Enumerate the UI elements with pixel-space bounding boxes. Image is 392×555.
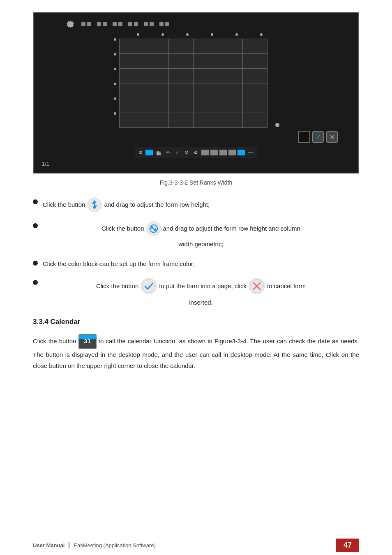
list-item-1: Click the button and drag to adjust the … <box>33 197 359 212</box>
footer-text: User Manual EasMeeting (Application Soft… <box>33 542 156 548</box>
diagonal-arrow-icon <box>146 221 161 236</box>
fig-caption: Fig.3-3-3-2 Set Ranks Width <box>33 179 359 186</box>
list-item-3: Click the color block can be set up the … <box>33 259 359 269</box>
bullet1-pre: Click the button <box>43 199 85 210</box>
toolbar-dots <box>81 22 169 26</box>
bt-pencil-icon: ✏ <box>165 149 172 156</box>
calendar-paragraph: Click the button 31 to call the calendar… <box>33 334 359 372</box>
bullet2-extra: width geometric; <box>178 239 223 250</box>
bullet-content-2: Click the button and drag to adjust the … <box>43 221 359 250</box>
grid-confirm-row: ✓ ✕ <box>298 131 338 143</box>
bullet-content-4: Click the button to put the form into a … <box>43 278 359 308</box>
bullet-content-1: Click the button and drag to adjust the … <box>43 197 359 212</box>
corner-handle <box>275 123 279 128</box>
section-heading: 3.3.4 Calendar <box>33 318 359 326</box>
bullet-content-3: Click the color block can be set up the … <box>43 259 359 269</box>
up-down-arrow-icon <box>87 197 102 212</box>
x-circle-icon <box>249 278 265 294</box>
bullet2-pre: Click the button <box>101 223 144 234</box>
bullet-dot-4 <box>33 280 38 285</box>
grid-area: ✓ ✕ ≡ ▦ ✏ ✓ ↺ ⚙ — <box>42 21 350 158</box>
bt-block3 <box>219 150 227 155</box>
calendar-pre: Click the button <box>33 337 76 344</box>
svg-point-3 <box>142 280 156 293</box>
footer-page-number: 47 <box>336 539 359 552</box>
row-handles <box>113 32 118 121</box>
confirm-btn[interactable]: ✓ <box>312 131 324 143</box>
bt-block-blue2 <box>238 150 245 155</box>
page-wrapper: ✓ ✕ ≡ ▦ ✏ ✓ ↺ ⚙ — 1/1 <box>0 0 392 555</box>
footer-manual-label: User Manual <box>33 542 65 548</box>
gear-icon <box>67 21 74 28</box>
page-num-display: 1/1 <box>42 161 49 167</box>
bullet4-post: to cancel form <box>267 281 306 291</box>
bullet2-post: and drag to adjust the form row height a… <box>163 223 300 234</box>
screenshot-container: ✓ ✕ ≡ ▦ ✏ ✓ ↺ ⚙ — 1/1 <box>33 12 359 173</box>
page-footer: User Manual EasMeeting (Application Soft… <box>0 535 392 555</box>
bt-table-icon: ▦ <box>154 148 163 157</box>
bullet-dot-2 <box>33 223 38 228</box>
footer-app-label: EasMeeting (Application Software) <box>74 542 155 548</box>
list-item-4: Click the button to put the form into a … <box>33 278 359 308</box>
grid-table <box>119 39 267 128</box>
footer-divider <box>69 542 69 548</box>
bt-undo-icon: ↺ <box>183 149 190 156</box>
bt-block1 <box>201 150 209 155</box>
calendar-icon-btn[interactable]: 31 <box>78 334 97 349</box>
bullet4-mid: to put the form into a page, click <box>159 281 247 291</box>
bullet1-post: and drag to adjust the form row height; <box>104 199 210 210</box>
bt-block2 <box>210 150 218 155</box>
bullet3-text: Click the color block can be set up the … <box>43 259 195 269</box>
color-block[interactable] <box>298 131 310 143</box>
bullet-list: Click the button and drag to adjust the … <box>33 197 359 308</box>
bt-minus-icon: — <box>247 149 255 156</box>
top-toolbar <box>67 21 169 28</box>
bt-block-blue <box>145 150 153 155</box>
bt-lines-icon: ≡ <box>137 149 143 156</box>
bt-block4 <box>228 150 236 155</box>
bullet-dot-3 <box>33 261 38 266</box>
col-handles <box>126 32 274 37</box>
bt-check-icon: ✓ <box>174 149 181 156</box>
bottom-toolbar: ≡ ▦ ✏ ✓ ↺ ⚙ — <box>135 147 257 158</box>
cancel-btn[interactable]: ✕ <box>326 131 338 143</box>
grid-with-handles <box>113 32 279 128</box>
check-circle-icon <box>141 278 157 294</box>
list-item-2: Click the button and drag to adjust the … <box>33 221 359 250</box>
bt-gear2-icon: ⚙ <box>192 149 200 156</box>
bullet4-pre: Click the button <box>96 281 138 291</box>
bullet4-extra: inserted. <box>189 297 213 308</box>
bullet-dot-1 <box>33 199 38 204</box>
